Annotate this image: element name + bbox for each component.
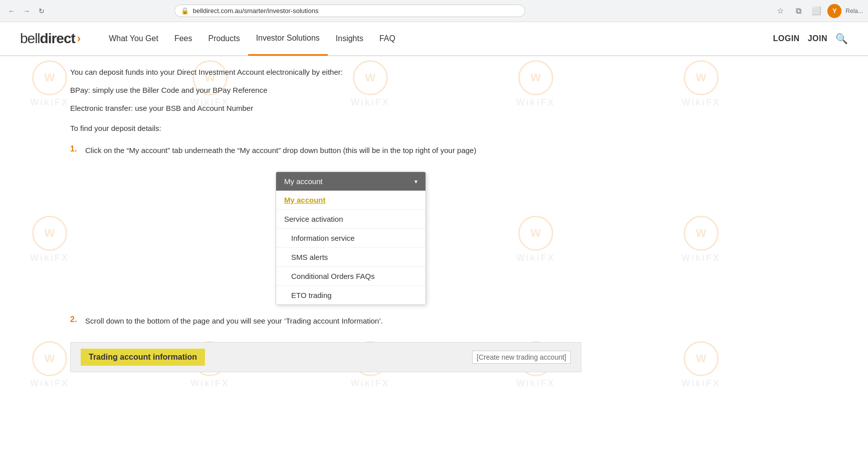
nav-fees[interactable]: Fees (166, 22, 200, 56)
watermark-12: W WikiFX (682, 341, 721, 389)
bpay-text: BPay: simply use the Biller Code and you… (70, 84, 581, 96)
user-avatar[interactable]: Y (827, 4, 841, 18)
watermark-text: WikiFX (682, 253, 721, 263)
watermark-logo: W (684, 60, 719, 95)
browser-actions: ☆ ⧉ ⬜ Y Rela... (773, 4, 863, 18)
forward-button[interactable]: → (20, 5, 33, 18)
dropdown-item-eto-trading[interactable]: ETO trading (276, 286, 425, 305)
dropdown-header-text: My account (284, 177, 323, 186)
nav-buttons: ← → ↻ (5, 5, 48, 18)
header-right: LOGIN JOIN 🔍 (773, 33, 848, 45)
browser-label: Rela... (845, 8, 863, 15)
watermark-7: W WikiFX (682, 216, 721, 263)
dropdown-item-information-service[interactable]: Information service (276, 229, 425, 248)
lock-icon: 🔒 (181, 7, 189, 15)
site-header: belldirect › What You Get Fees Products … (0, 22, 868, 56)
login-button[interactable]: LOGIN (773, 34, 799, 43)
dropdown-demo: My account ▾ My account Service activati… (276, 172, 426, 305)
trading-account-bar: Trading account information [Create new … (70, 342, 581, 372)
intro-text: You can deposit funds into your Direct I… (70, 66, 581, 78)
dropdown-item-my-account[interactable]: My account (276, 191, 425, 210)
step-1-text: Click on the “My account” tab underneath… (85, 144, 476, 157)
steps-list: 1. Click on the “My account” tab underne… (70, 144, 581, 327)
logo-bell: bell (20, 31, 40, 47)
bookmark-icon[interactable]: ☆ (773, 4, 787, 18)
watermark-text: WikiFX (682, 378, 721, 389)
join-button[interactable]: JOIN (808, 34, 827, 43)
tab-manager-icon[interactable]: ⬜ (809, 4, 823, 18)
step-2-num: 2. (70, 315, 80, 324)
trading-account-header: Trading account information [Create new … (71, 343, 581, 372)
intro-section: You can deposit funds into your Direct I… (70, 66, 581, 114)
url-text: belldirect.com.au/smarter/investor-solut… (193, 7, 519, 15)
nav-investor-solutions[interactable]: Investor Solutions (248, 22, 328, 56)
dropdown-item-service-activation[interactable]: Service activation (276, 210, 425, 229)
back-button[interactable]: ← (5, 5, 18, 18)
nav-products[interactable]: Products (200, 22, 248, 56)
watermark-text: WikiFX (682, 97, 721, 108)
dropdown-header: My account ▾ (276, 172, 425, 191)
address-bar[interactable]: 🔒 belldirect.com.au/smarter/investor-sol… (174, 5, 525, 17)
watermark-logo: W (684, 341, 719, 376)
main-nav: What You Get Fees Products Investor Solu… (101, 22, 773, 56)
dropdown-item-sms-alerts[interactable]: SMS alerts (276, 248, 425, 267)
nav-insights[interactable]: Insights (328, 22, 371, 56)
dropdown-items: My account Service activation Informatio… (276, 191, 425, 305)
deposit-label: To find your deposit details: (70, 122, 581, 134)
dropdown-item-conditional-orders[interactable]: Conditional Orders FAQs (276, 267, 425, 286)
refresh-button[interactable]: ↻ (35, 5, 48, 18)
nav-faq[interactable]: FAQ (371, 22, 403, 56)
main-content: You can deposit funds into your Direct I… (0, 56, 601, 392)
dropdown-demo-container: My account ▾ My account Service activati… (120, 172, 581, 305)
browser-chrome: ← → ↻ 🔒 belldirect.com.au/smarter/invest… (0, 0, 868, 22)
create-trading-account-link[interactable]: [Create new trading account] (472, 351, 571, 364)
transfer-text: Electronic transfer: use your BSB and Ac… (70, 102, 581, 114)
search-icon[interactable]: 🔍 (835, 33, 848, 45)
logo-direct: direct (40, 31, 75, 47)
trading-account-label: Trading account information (81, 349, 205, 366)
extensions-icon[interactable]: ⧉ (791, 4, 805, 18)
page-content: You can deposit funds into your Direct I… (70, 66, 581, 372)
step-2: 2. Scroll down to the bottom of the page… (70, 315, 581, 327)
watermark-logo: W (684, 216, 719, 251)
step-1-num: 1. (70, 144, 80, 154)
step-2-text: Scroll down to the bottom of the page an… (85, 315, 383, 327)
logo-arrow: › (77, 32, 81, 45)
nav-what-you-get[interactable]: What You Get (101, 22, 166, 56)
watermark-4: W WikiFX (682, 60, 721, 108)
logo[interactable]: belldirect › (20, 31, 81, 47)
dropdown-chevron-icon: ▾ (414, 178, 417, 185)
step-1: 1. Click on the “My account” tab underne… (70, 144, 581, 157)
